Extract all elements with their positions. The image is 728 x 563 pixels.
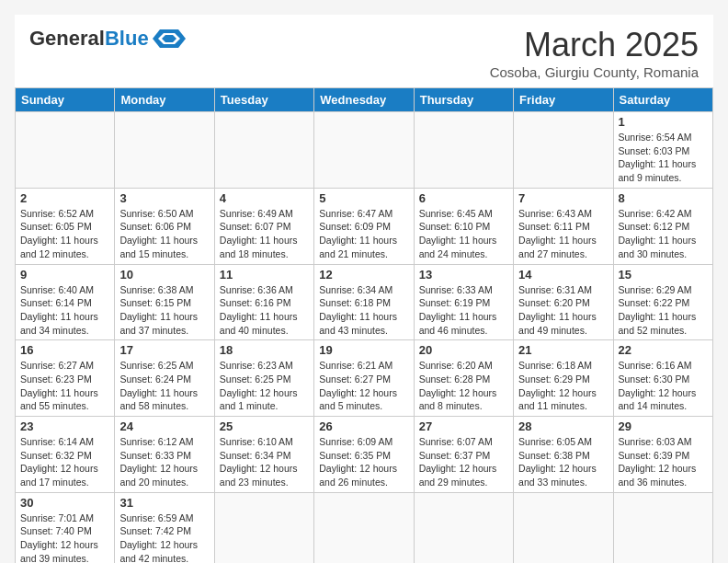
day-number: 23: [20, 419, 109, 433]
calendar-cell: [214, 112, 313, 189]
day-info: Sunrise: 6:27 AM Sunset: 6:23 PM Dayligh…: [20, 359, 109, 413]
day-info: Sunrise: 6:18 AM Sunset: 6:29 PM Dayligh…: [518, 359, 608, 413]
calendar-week-row: 2Sunrise: 6:52 AM Sunset: 6:05 PM Daylig…: [16, 188, 713, 264]
calendar-cell: 21Sunrise: 6:18 AM Sunset: 6:29 PM Dayli…: [514, 340, 613, 417]
calendar-cell: 3Sunrise: 6:50 AM Sunset: 6:06 PM Daylig…: [115, 188, 214, 264]
day-number: 30: [20, 496, 109, 510]
day-number: 24: [119, 419, 209, 433]
day-info: Sunrise: 6:34 AM Sunset: 6:18 PM Dayligh…: [319, 283, 408, 338]
calendar-cell: 12Sunrise: 6:34 AM Sunset: 6:18 PM Dayli…: [314, 264, 414, 340]
day-info: Sunrise: 6:12 AM Sunset: 6:33 PM Dayligh…: [119, 435, 209, 489]
day-number: 14: [518, 268, 608, 282]
day-number: 1: [619, 115, 708, 129]
day-info: Sunrise: 6:03 AM Sunset: 6:39 PM Dayligh…: [619, 435, 708, 489]
day-info: Sunrise: 6:42 AM Sunset: 6:12 PM Dayligh…: [619, 207, 708, 261]
calendar-cell: 2Sunrise: 6:52 AM Sunset: 6:05 PM Daylig…: [16, 188, 115, 264]
logo-blue: Blue: [105, 27, 149, 50]
day-info: Sunrise: 6:25 AM Sunset: 6:24 PM Dayligh…: [119, 359, 209, 413]
calendar-cell: 23Sunrise: 6:14 AM Sunset: 6:32 PM Dayli…: [16, 417, 115, 493]
col-wednesday: Wednesday: [314, 88, 414, 112]
calendar-cell: 11Sunrise: 6:36 AM Sunset: 6:16 PM Dayli…: [214, 264, 313, 340]
col-sunday: Sunday: [16, 88, 115, 112]
calendar: Sunday Monday Tuesday Wednesday Thursday…: [15, 87, 713, 563]
calendar-week-row: 9Sunrise: 6:40 AM Sunset: 6:14 PM Daylig…: [16, 264, 713, 340]
day-info: Sunrise: 6:21 AM Sunset: 6:27 PM Dayligh…: [319, 359, 408, 413]
calendar-cell: 31Sunrise: 6:59 AM Sunset: 7:42 PM Dayli…: [115, 492, 214, 563]
day-number: 5: [319, 191, 408, 205]
day-number: 4: [220, 191, 309, 205]
col-saturday: Saturday: [613, 88, 712, 112]
day-info: Sunrise: 6:07 AM Sunset: 6:37 PM Dayligh…: [419, 435, 508, 489]
day-number: 12: [319, 268, 408, 282]
day-info: Sunrise: 6:36 AM Sunset: 6:16 PM Dayligh…: [220, 283, 309, 338]
calendar-cell: 28Sunrise: 6:05 AM Sunset: 6:38 PM Dayli…: [514, 417, 613, 493]
day-info: Sunrise: 6:14 AM Sunset: 6:32 PM Dayligh…: [20, 435, 109, 489]
day-info: Sunrise: 6:10 AM Sunset: 6:34 PM Dayligh…: [220, 435, 309, 489]
day-info: Sunrise: 6:38 AM Sunset: 6:15 PM Dayligh…: [119, 283, 209, 338]
calendar-week-row: 30Sunrise: 7:01 AM Sunset: 7:40 PM Dayli…: [16, 492, 713, 563]
calendar-cell: [314, 112, 414, 189]
day-info: Sunrise: 6:16 AM Sunset: 6:30 PM Dayligh…: [619, 359, 708, 413]
logo: GeneralBlue: [29, 26, 186, 52]
col-thursday: Thursday: [414, 88, 513, 112]
calendar-cell: 17Sunrise: 6:25 AM Sunset: 6:24 PM Dayli…: [115, 340, 214, 417]
calendar-cell: 24Sunrise: 6:12 AM Sunset: 6:33 PM Dayli…: [115, 417, 214, 493]
calendar-cell: 18Sunrise: 6:23 AM Sunset: 6:25 PM Dayli…: [214, 340, 313, 417]
calendar-cell: [314, 492, 414, 563]
day-number: 21: [518, 343, 608, 357]
day-info: Sunrise: 6:09 AM Sunset: 6:35 PM Dayligh…: [319, 435, 408, 489]
day-info: Sunrise: 6:47 AM Sunset: 6:09 PM Dayligh…: [319, 207, 408, 261]
day-info: Sunrise: 6:50 AM Sunset: 6:06 PM Dayligh…: [119, 207, 209, 261]
day-info: Sunrise: 6:52 AM Sunset: 6:05 PM Dayligh…: [20, 207, 109, 261]
day-number: 2: [20, 191, 109, 205]
calendar-cell: [514, 492, 613, 563]
calendar-week-row: 1Sunrise: 6:54 AM Sunset: 6:03 PM Daylig…: [16, 112, 713, 189]
day-info: Sunrise: 6:59 AM Sunset: 7:42 PM Dayligh…: [119, 511, 209, 563]
title-block: March 2025 Cosoba, Giurgiu County, Roman…: [490, 26, 699, 80]
subtitle: Cosoba, Giurgiu County, Romania: [490, 64, 699, 80]
calendar-cell: 6Sunrise: 6:45 AM Sunset: 6:10 PM Daylig…: [414, 188, 513, 264]
calendar-cell: 29Sunrise: 6:03 AM Sunset: 6:39 PM Dayli…: [613, 417, 712, 493]
calendar-cell: 27Sunrise: 6:07 AM Sunset: 6:37 PM Dayli…: [414, 417, 513, 493]
day-info: Sunrise: 6:31 AM Sunset: 6:20 PM Dayligh…: [518, 283, 608, 338]
day-info: Sunrise: 6:20 AM Sunset: 6:28 PM Dayligh…: [419, 359, 508, 413]
calendar-cell: 20Sunrise: 6:20 AM Sunset: 6:28 PM Dayli…: [414, 340, 513, 417]
calendar-cell: 26Sunrise: 6:09 AM Sunset: 6:35 PM Dayli…: [314, 417, 414, 493]
calendar-week-row: 16Sunrise: 6:27 AM Sunset: 6:23 PM Dayli…: [16, 340, 713, 417]
day-info: Sunrise: 7:01 AM Sunset: 7:40 PM Dayligh…: [20, 511, 109, 563]
day-number: 15: [619, 268, 708, 282]
calendar-cell: 5Sunrise: 6:47 AM Sunset: 6:09 PM Daylig…: [314, 188, 414, 264]
day-number: 11: [220, 268, 309, 282]
col-friday: Friday: [514, 88, 613, 112]
day-number: 13: [419, 268, 508, 282]
day-number: 27: [419, 419, 508, 433]
calendar-cell: [414, 112, 513, 189]
day-number: 9: [20, 268, 109, 282]
day-info: Sunrise: 6:49 AM Sunset: 6:07 PM Dayligh…: [220, 207, 309, 261]
day-number: 6: [419, 191, 508, 205]
calendar-cell: 14Sunrise: 6:31 AM Sunset: 6:20 PM Dayli…: [514, 264, 613, 340]
day-info: Sunrise: 6:54 AM Sunset: 6:03 PM Dayligh…: [619, 131, 708, 185]
page: GeneralBlue March 2025 Cosoba, Giurgiu C…: [15, 15, 713, 563]
calendar-cell: [414, 492, 513, 563]
calendar-cell: [514, 112, 613, 189]
calendar-cell: 22Sunrise: 6:16 AM Sunset: 6:30 PM Dayli…: [613, 340, 712, 417]
day-number: 16: [20, 343, 109, 357]
calendar-cell: 10Sunrise: 6:38 AM Sunset: 6:15 PM Dayli…: [115, 264, 214, 340]
day-number: 18: [220, 343, 309, 357]
day-info: Sunrise: 6:33 AM Sunset: 6:19 PM Dayligh…: [419, 283, 508, 338]
calendar-cell: [613, 492, 712, 563]
col-monday: Monday: [115, 88, 214, 112]
day-info: Sunrise: 6:40 AM Sunset: 6:14 PM Dayligh…: [20, 283, 109, 338]
day-info: Sunrise: 6:29 AM Sunset: 6:22 PM Dayligh…: [619, 283, 708, 338]
calendar-week-row: 23Sunrise: 6:14 AM Sunset: 6:32 PM Dayli…: [16, 417, 713, 493]
logo-general: General: [29, 27, 105, 50]
day-number: 3: [119, 191, 209, 205]
calendar-cell: 16Sunrise: 6:27 AM Sunset: 6:23 PM Dayli…: [16, 340, 115, 417]
month-title: March 2025: [490, 26, 699, 64]
day-number: 28: [518, 419, 608, 433]
calendar-cell: 13Sunrise: 6:33 AM Sunset: 6:19 PM Dayli…: [414, 264, 513, 340]
calendar-cell: 25Sunrise: 6:10 AM Sunset: 6:34 PM Dayli…: [214, 417, 313, 493]
day-number: 20: [419, 343, 508, 357]
day-number: 29: [619, 419, 708, 433]
